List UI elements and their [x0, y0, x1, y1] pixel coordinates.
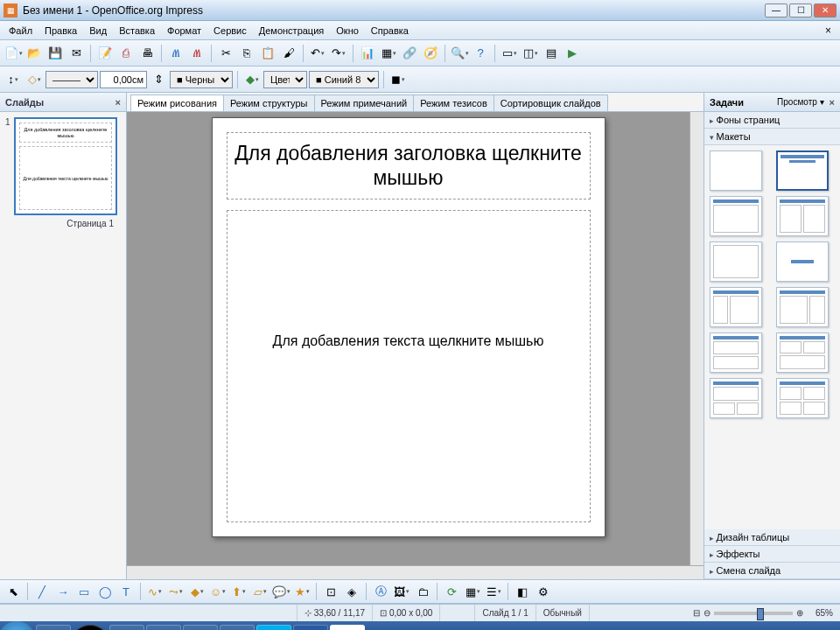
menu-window[interactable]: Окно [331, 24, 364, 38]
fill-style-button[interactable]: ◆ [242, 70, 262, 89]
zoom-fit-icon[interactable]: ⊟ [693, 608, 700, 618]
window-maximize-button[interactable]: ☐ [789, 4, 812, 18]
glue-points-button[interactable]: ◈ [342, 582, 361, 601]
callouts-tool[interactable]: 💬 [271, 582, 290, 601]
group-table-design[interactable]: Дизайн таблицы [704, 529, 840, 546]
gallery-button[interactable]: 🗀 [413, 582, 432, 601]
start-button[interactable] [0, 621, 35, 630]
menu-tools[interactable]: Сервис [208, 24, 252, 38]
format-paintbrush-button[interactable]: 🖌 [279, 44, 298, 63]
menu-file[interactable]: Файл [4, 24, 38, 38]
stars-tool[interactable]: ★ [292, 582, 312, 601]
group-effects[interactable]: Эффекты [704, 546, 840, 563]
taskbar-openoffice-icon[interactable]: ◐ [330, 625, 365, 630]
tasks-panel-close-button[interactable]: × [830, 97, 835, 108]
interaction-button[interactable]: ⚙ [534, 582, 553, 601]
taskbar-explorer-icon[interactable]: 📁 [36, 625, 71, 630]
taskbar-media-icon[interactable]: ▶ [109, 625, 144, 630]
menu-slideshow[interactable]: Демонстрация [254, 24, 330, 38]
new-button[interactable]: 📄 [4, 44, 23, 63]
title-placeholder[interactable]: Для добавления заголовка щелкните мышью [227, 132, 591, 200]
align-button[interactable]: ▦ [463, 582, 482, 601]
menu-view[interactable]: Вид [84, 24, 112, 38]
line-width-input[interactable] [100, 71, 147, 88]
cut-button[interactable]: ✂ [216, 44, 235, 63]
menu-insert[interactable]: Вставка [114, 24, 160, 38]
export-pdf-button[interactable]: ⎙ [116, 44, 136, 63]
flowcharts-tool[interactable]: ▱ [250, 582, 270, 601]
line-tool[interactable]: ╱ [32, 582, 52, 601]
content-placeholder[interactable]: Для добавления текста щелкните мышью [227, 210, 591, 522]
slide-thumbnail[interactable]: 1 Для добавления заголовка щелкните мышь… [5, 117, 121, 215]
slides-panel-close-button[interactable]: × [116, 97, 121, 108]
document-close-button[interactable]: × [820, 24, 836, 37]
rectangle-tool[interactable]: ▭ [74, 582, 94, 601]
layout-two-row[interactable] [710, 332, 762, 373]
taskbar-word-icon[interactable]: W [293, 625, 328, 630]
window-close-button[interactable]: ✕ [814, 4, 836, 18]
paste-button[interactable]: 📋 [258, 44, 277, 63]
tab-drawing[interactable]: Режим рисования [130, 94, 224, 111]
edit-file-button[interactable]: 📝 [95, 44, 115, 63]
fontwork-button[interactable]: Ⓐ [371, 582, 390, 601]
curve-tool[interactable]: ∿ [145, 582, 164, 601]
taskbar-ie-icon[interactable]: e [146, 625, 181, 630]
redo-button[interactable]: ↷ [329, 44, 348, 63]
line-width-spinner[interactable]: ⇕ [149, 70, 168, 89]
layout-title-3cell[interactable] [710, 378, 762, 418]
undo-button[interactable]: ↶ [308, 44, 327, 63]
tab-notes[interactable]: Режим примечаний [314, 94, 415, 111]
taskbar-mail-icon[interactable]: @ [220, 625, 255, 630]
taskbar-firefox-icon[interactable]: 🦊 [183, 625, 218, 630]
fill-color-select[interactable]: ■ Синий 8 [309, 71, 379, 88]
basic-shapes-tool[interactable]: ◆ [187, 582, 206, 601]
tab-handout[interactable]: Режим тезисов [413, 94, 494, 111]
symbol-shapes-tool[interactable]: ☺ [208, 582, 228, 601]
arrow-tool[interactable]: → [53, 582, 73, 601]
block-arrows-tool[interactable]: ⬆ [229, 582, 248, 601]
hyperlink-button[interactable]: 🔗 [400, 44, 419, 63]
extrusion-button[interactable]: ◧ [513, 582, 532, 601]
insert-slide-button[interactable]: ▤ [542, 44, 561, 63]
print-button[interactable]: 🖶 [137, 44, 157, 63]
layout-title-left-right[interactable] [710, 287, 762, 327]
layout-content-only[interactable] [710, 242, 762, 282]
menu-help[interactable]: Справка [366, 24, 414, 38]
open-button[interactable]: 📂 [24, 44, 44, 63]
tasks-view-menu[interactable]: Просмотр ▾ [777, 97, 823, 107]
arrow-style-button[interactable]: ↕ [4, 70, 23, 89]
tab-outline[interactable]: Режим структуры [223, 94, 315, 111]
navigator-button[interactable]: 🧭 [421, 44, 440, 63]
fill-type-select[interactable]: Цвет [263, 71, 307, 88]
ellipse-tool[interactable]: ◯ [95, 582, 115, 601]
horizontal-scrollbar[interactable] [127, 565, 704, 579]
layout-title-big-small[interactable] [776, 287, 829, 327]
save-button[interactable]: 💾 [46, 44, 65, 63]
layout-title-two-col[interactable] [776, 196, 829, 236]
connector-tool[interactable]: ⤳ [166, 582, 186, 601]
text-tool[interactable]: T [116, 582, 136, 601]
shadow-button[interactable]: ◼ [388, 70, 408, 89]
zoom-slider[interactable]: ⊟ ⊖⊕ [688, 608, 808, 618]
slide-canvas-area[interactable]: Для добавления заголовка щелкните мышью … [127, 112, 690, 565]
slideshow-button[interactable]: ▶ [563, 44, 582, 63]
layout-title-two-row[interactable] [776, 332, 829, 373]
layout-blank[interactable] [710, 150, 762, 191]
rotate-button[interactable]: ⟳ [442, 582, 461, 601]
window-minimize-button[interactable]: — [765, 4, 788, 18]
zoom-button[interactable]: 🔍 [450, 44, 469, 63]
from-file-button[interactable]: 🖼 [392, 582, 411, 601]
copy-button[interactable]: ⎘ [237, 44, 256, 63]
chart-button[interactable]: 📊 [358, 44, 377, 63]
menu-edit[interactable]: Правка [39, 24, 82, 38]
line-style-button[interactable]: ◇ [24, 70, 44, 89]
line-color-select[interactable]: ■ Черный [170, 71, 233, 88]
slide-design-button[interactable]: ◫ [521, 44, 540, 63]
menu-format[interactable]: Формат [162, 24, 206, 38]
vertical-scrollbar[interactable] [690, 112, 704, 565]
email-button[interactable]: ✉ [66, 44, 86, 63]
group-layouts[interactable]: Макеты [704, 129, 840, 145]
layout-title-centered[interactable] [776, 242, 829, 282]
line-dash-select[interactable]: ——— [46, 71, 98, 88]
spell-check-button[interactable]: Ⱞ [166, 44, 186, 63]
